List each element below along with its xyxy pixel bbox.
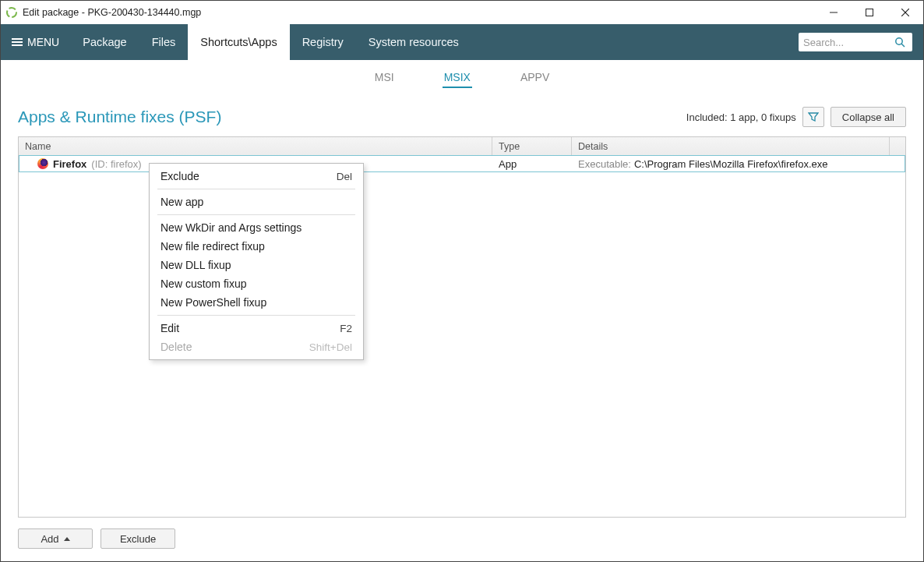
titlebar: Edit package - PKG-200430-134440.mgp xyxy=(1,1,923,24)
nav-item-package[interactable]: Package xyxy=(70,24,139,60)
ctx-edit[interactable]: Edit F2 xyxy=(150,319,363,338)
exclude-label: Exclude xyxy=(120,533,156,545)
ctx-separator xyxy=(157,189,355,189)
section-header: Apps & Runtime fixes (PSF) Included: 1 a… xyxy=(18,107,906,127)
search-input[interactable] xyxy=(799,37,890,48)
tab-msi[interactable]: MSI xyxy=(373,66,396,88)
ctx-shortcut: Del xyxy=(337,171,352,182)
footer: Add Exclude xyxy=(1,518,923,561)
app-icon xyxy=(5,6,18,19)
nav-item-files[interactable]: Files xyxy=(139,24,189,60)
ctx-new-dll-fixup[interactable]: New DLL fixup xyxy=(150,256,363,274)
minimize-button[interactable] xyxy=(816,1,852,24)
column-name[interactable]: Name xyxy=(19,137,492,155)
search-icon[interactable] xyxy=(890,37,909,48)
nav-item-shortcuts-apps[interactable]: Shortcuts\Apps xyxy=(188,24,289,60)
window-controls xyxy=(816,1,923,24)
section-toolbar: Included: 1 app, 0 fixups Collapse all xyxy=(686,107,906,127)
exclude-button[interactable]: Exclude xyxy=(101,528,175,549)
ctx-separator xyxy=(157,315,355,316)
ctx-shortcut: F2 xyxy=(340,323,352,334)
ctx-new-custom-fixup[interactable]: New custom fixup xyxy=(150,274,363,293)
context-menu: Exclude Del New app New WkDir and Args s… xyxy=(149,163,364,360)
ctx-separator xyxy=(157,214,355,215)
ctx-exclude[interactable]: Exclude Del xyxy=(150,167,363,186)
content: Apps & Runtime fixes (PSF) Included: 1 a… xyxy=(1,88,923,518)
nav-item-registry[interactable]: Registry xyxy=(290,24,356,60)
cell-type: App xyxy=(492,156,572,171)
column-details[interactable]: Details xyxy=(572,137,890,155)
nav-item-system-resources[interactable]: System resources xyxy=(356,24,471,60)
add-label: Add xyxy=(41,533,58,545)
close-button[interactable] xyxy=(887,1,923,24)
ctx-new-file-redirect[interactable]: New file redirect fixup xyxy=(150,237,363,256)
firefox-icon xyxy=(37,158,48,169)
row-app-id: (ID: firefox) xyxy=(91,158,141,170)
ctx-new-app[interactable]: New app xyxy=(150,193,363,211)
filter-icon xyxy=(808,111,819,122)
svg-point-5 xyxy=(896,38,902,44)
ctx-shortcut: Shift+Del xyxy=(309,341,352,353)
ctx-delete: Delete Shift+Del xyxy=(150,338,363,356)
hamburger-icon xyxy=(12,37,23,48)
svg-point-0 xyxy=(7,8,16,17)
column-extra xyxy=(890,137,905,155)
cell-extra xyxy=(890,156,905,171)
main-menubar: MENU Package Files Shortcuts\Apps Regist… xyxy=(1,24,923,60)
maximize-button[interactable] xyxy=(852,1,887,24)
svg-line-6 xyxy=(901,44,905,47)
chevron-up-icon xyxy=(64,537,70,541)
tab-msix[interactable]: MSIX xyxy=(443,66,472,88)
window: Edit package - PKG-200430-134440.mgp MEN… xyxy=(0,0,924,562)
filter-button[interactable] xyxy=(802,107,824,127)
search-wrap xyxy=(799,24,923,60)
details-label: Executable: xyxy=(578,158,631,170)
column-type[interactable]: Type xyxy=(492,137,572,155)
ctx-new-powershell-fixup[interactable]: New PowerShell fixup xyxy=(150,293,363,312)
row-app-name: Firefox xyxy=(53,158,86,170)
included-summary: Included: 1 app, 0 fixups xyxy=(686,111,796,123)
grid-header: Name Type Details xyxy=(19,137,905,156)
tab-appv[interactable]: APPV xyxy=(519,66,551,88)
svg-rect-2 xyxy=(866,9,873,16)
ctx-new-wkdir[interactable]: New WkDir and Args settings xyxy=(150,218,363,237)
menu-label: MENU xyxy=(27,36,59,48)
section-title: Apps & Runtime fixes (PSF) xyxy=(18,108,221,126)
add-button[interactable]: Add xyxy=(18,528,93,549)
collapse-all-button[interactable]: Collapse all xyxy=(831,107,906,127)
details-value: C:\Program Files\Mozilla Firefox\firefox… xyxy=(634,158,828,170)
format-tabs: MSI MSIX APPV xyxy=(1,60,923,88)
menu-button[interactable]: MENU xyxy=(1,24,70,60)
window-title: Edit package - PKG-200430-134440.mgp xyxy=(23,7,201,18)
cell-details: Executable: C:\Program Files\Mozilla Fir… xyxy=(572,156,890,171)
search-box xyxy=(799,33,912,51)
